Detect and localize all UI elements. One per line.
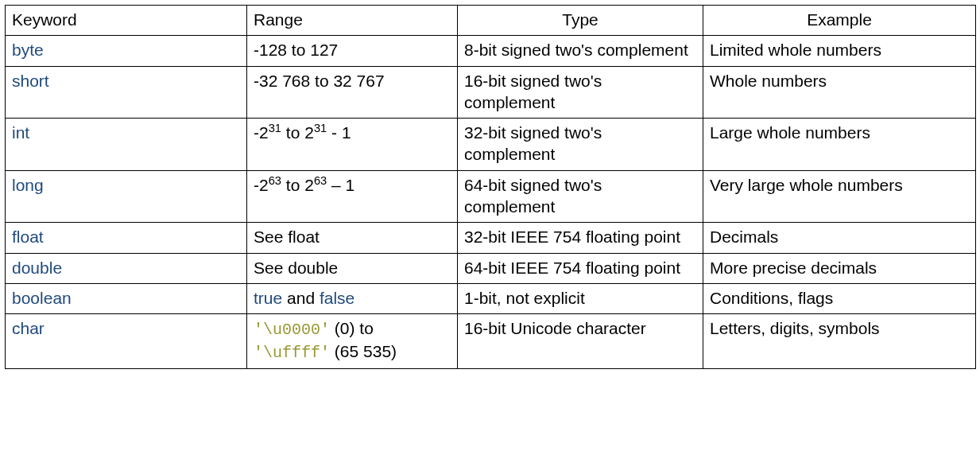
table-row: double See double 64-bit IEEE 754 floati…: [6, 253, 976, 283]
range-double: See double: [247, 253, 458, 283]
type-long: 64-bit signed two's complement: [458, 170, 703, 223]
table-row: float See float 32-bit IEEE 754 floating…: [6, 223, 976, 253]
example-long: Very large whole numbers: [703, 170, 976, 223]
range-char: '\u0000' (0) to '\uffff' (65 535): [247, 314, 458, 369]
table-row: long -263 to 263 – 1 64-bit signed two's…: [6, 170, 976, 223]
keyword-double: double: [12, 259, 62, 277]
type-float: 32-bit IEEE 754 floating point: [458, 223, 703, 253]
keyword-boolean: boolean: [12, 289, 72, 307]
type-byte: 8-bit signed two's complement: [458, 36, 703, 66]
type-short: 16-bit signed two's complement: [458, 66, 703, 119]
header-type: Type: [458, 6, 703, 36]
type-char: 16-bit Unicode character: [458, 314, 703, 369]
header-range: Range: [247, 6, 458, 36]
table-row: byte -128 to 127 8-bit signed two's comp…: [6, 36, 976, 66]
table-row: boolean true and false 1-bit, not explic…: [6, 283, 976, 313]
table-row: short -32 768 to 32 767 16-bit signed tw…: [6, 66, 976, 119]
keyword-byte: byte: [12, 41, 44, 59]
table-row: char '\u0000' (0) to '\uffff' (65 535) 1…: [6, 314, 976, 369]
keyword-char: char: [12, 319, 45, 337]
table-header-row: Keyword Range Type Example: [6, 6, 976, 36]
type-int: 32-bit signed two's complement: [458, 119, 703, 171]
table-row: int -231 to 231 - 1 32-bit signed two's …: [6, 119, 976, 171]
example-int: Large whole numbers: [703, 119, 976, 171]
keyword-short: short: [12, 72, 49, 90]
keyword-long: long: [12, 176, 44, 194]
example-float: Decimals: [703, 223, 976, 253]
example-byte: Limited whole numbers: [703, 36, 976, 66]
range-float: See float: [247, 223, 458, 253]
type-double: 64-bit IEEE 754 floating point: [458, 253, 703, 283]
range-long: -263 to 263 – 1: [247, 170, 458, 223]
example-short: Whole numbers: [703, 66, 976, 119]
header-keyword: Keyword: [6, 6, 247, 36]
range-boolean: true and false: [247, 283, 458, 313]
range-byte: -128 to 127: [247, 36, 458, 66]
type-boolean: 1-bit, not explicit: [458, 283, 703, 313]
keyword-int: int: [12, 123, 29, 142]
primitive-types-table: Keyword Range Type Example byte -128 to …: [5, 5, 976, 369]
example-double: More precise decimals: [703, 253, 976, 283]
keyword-float: float: [12, 228, 44, 246]
range-int: -231 to 231 - 1: [247, 119, 458, 171]
example-boolean: Conditions, flags: [703, 283, 976, 313]
example-char: Letters, digits, symbols: [703, 314, 976, 369]
header-example: Example: [703, 6, 976, 36]
range-short: -32 768 to 32 767: [247, 66, 458, 119]
